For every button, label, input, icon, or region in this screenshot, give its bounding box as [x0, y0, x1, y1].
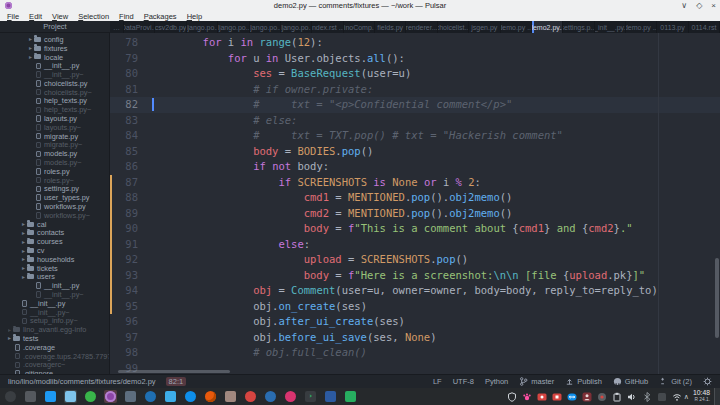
teamviewer-tray-icon[interactable] [567, 392, 577, 402]
status-settings-gear-icon[interactable] [703, 377, 712, 386]
record-dot-icon[interactable] [597, 392, 607, 402]
file-path[interactable]: lino/lino/modlib/comments/fixtures/demo2… [8, 377, 156, 386]
tree-file[interactable]: setup_info.py~ [0, 317, 109, 326]
editor-tab[interactable]: 0114.rst [689, 21, 720, 33]
taskbar-globe-app-icon[interactable] [264, 390, 277, 403]
status-git-changes[interactable]: Git (2) [659, 377, 692, 386]
tree-file[interactable]: workflows.py~ [0, 211, 109, 220]
tree-folder[interactable]: ▸tickets [0, 264, 109, 273]
horizontal-scrollbar[interactable] [118, 370, 230, 373]
taskbar-pulsar-icon[interactable] [104, 390, 117, 403]
tree-file[interactable]: __init__.py~ [0, 70, 109, 79]
tree-folder[interactable]: ▸lino_avanti.egg-info [0, 325, 109, 334]
taskbar-red-ball-app-icon[interactable] [244, 390, 257, 403]
dim-app-icon[interactable] [657, 392, 667, 402]
editor-tab[interactable]: demo.py ... [501, 21, 532, 33]
taskbar-editor-window-app-icon[interactable] [64, 390, 77, 403]
editor-tab[interactable]: django.po... [250, 21, 281, 33]
taskbar-blue-sphere-app-icon[interactable] [144, 390, 157, 403]
tree-file[interactable]: .coverage [0, 343, 109, 352]
tree-folder[interactable]: ▸fixtures [0, 44, 109, 53]
taskbar-app-launcher-icon[interactable] [4, 390, 17, 403]
taskbar-pinwheel-app-icon[interactable] [284, 390, 297, 403]
tree-file[interactable]: models.py [0, 149, 109, 158]
volume-icon[interactable] [627, 392, 637, 402]
tree-file[interactable]: roles.py~ [0, 176, 109, 185]
status-lf[interactable]: LF [433, 377, 442, 386]
taskbar-blue-doc-app-icon[interactable] [164, 390, 177, 403]
tree-file[interactable]: models.py~ [0, 158, 109, 167]
tree-file[interactable]: __init__.py [0, 61, 109, 70]
tree-file[interactable]: .coveragerc~ [0, 360, 109, 369]
menu-view[interactable]: View [47, 12, 73, 21]
editor-tab[interactable]: __init__.py... [595, 21, 626, 33]
show-desktop-button[interactable] [714, 388, 720, 405]
editor-tab[interactable]: django.po... [281, 21, 312, 33]
tree-folder[interactable]: ▸locale [0, 53, 109, 62]
taskbar-kate-blue-app-icon[interactable] [324, 390, 337, 403]
taskbar-firefox-icon[interactable] [204, 390, 217, 403]
clipboard-icon[interactable] [612, 392, 622, 402]
code-editor[interactable]: 7879808182838485868788899091929394959697… [110, 33, 720, 375]
tree-file[interactable]: roles.py [0, 167, 109, 176]
tree-file[interactable]: workflows.py [0, 202, 109, 211]
editor-tab[interactable]: demo2.py... [532, 21, 563, 33]
tree-folder[interactable]: ▸cal [0, 220, 109, 229]
taskbar-image-viewer-app-icon[interactable] [124, 390, 137, 403]
editor-tab[interactable]: django.po... [187, 21, 218, 33]
paw-icon[interactable] [522, 392, 532, 402]
menu-file[interactable]: File [2, 12, 24, 21]
status-github[interactable]: GitHub [613, 377, 648, 386]
editor-tab[interactable]: choicelist... [438, 21, 469, 33]
editor-tab[interactable]: 0113.py [657, 21, 688, 33]
editor-tab[interactable]: settings.p... [563, 21, 594, 33]
tree-file[interactable]: migrate.py [0, 132, 109, 141]
taskbar-teamviewer-icon[interactable] [184, 390, 197, 403]
tree-file[interactable]: layouts.py~ [0, 123, 109, 132]
user-badge-icon[interactable] [582, 392, 592, 402]
tree-file[interactable]: .coverage.tups.24785.779755 [0, 352, 109, 361]
vertical-scrollbar[interactable] [715, 258, 719, 338]
status-git-branch[interactable]: master [519, 377, 554, 386]
taskbar-terminal-app-icon[interactable]: › [304, 390, 317, 403]
status-python[interactable]: Python [485, 377, 508, 386]
tree-file[interactable]: __init__.py [0, 281, 109, 290]
menu-edit[interactable]: Edit [24, 12, 47, 21]
clock[interactable]: 10:48 R 24.1. [693, 390, 710, 403]
taskbar-briefcase-app-icon[interactable] [44, 390, 57, 403]
tree-file[interactable]: migrate.py~ [0, 141, 109, 150]
taskbar-green-doc-app-icon[interactable] [344, 390, 357, 403]
menu-find[interactable]: Find [114, 12, 139, 21]
tree-file[interactable]: settings.py [0, 185, 109, 194]
shield-icon[interactable] [507, 392, 517, 402]
code-lines[interactable]: for i in range(12): for u in User.object… [152, 35, 720, 361]
editor-tab[interactable]: django.po... [218, 21, 249, 33]
menu-packages[interactable]: Packages [139, 12, 182, 21]
editor-tab[interactable]: index.rst ... [312, 21, 343, 33]
maximize-icon[interactable]: ◇ [696, 0, 702, 11]
close-icon[interactable]: × [711, 0, 716, 11]
editor-tab[interactable]: … [110, 21, 124, 33]
taskbar-green-ball-app-icon[interactable] [84, 390, 97, 403]
tree-view[interactable]: ▸config▸fixtures▸locale__init__.py__init… [0, 33, 110, 375]
editor-tab[interactable]: LinoComp... [344, 21, 375, 33]
tree-folder[interactable]: ▸households [0, 255, 109, 264]
tree-file[interactable]: __init__.py~ [0, 308, 109, 317]
menu-selection[interactable]: Selection [73, 12, 114, 21]
editor-tab[interactable]: DataProvi... [124, 21, 155, 33]
taskbar-cat-app-icon[interactable] [224, 390, 237, 403]
editor-tab[interactable]: renderer... [406, 21, 437, 33]
minimize-icon[interactable]: ∨ [681, 0, 687, 11]
taskbar-task-manager-icon[interactable] [24, 390, 37, 403]
project-panel-header[interactable]: Project [0, 21, 110, 33]
tree-file[interactable]: __init__.py~ [0, 290, 109, 299]
red-badge-2-icon[interactable] [552, 392, 562, 402]
tree-folder[interactable]: ▸contacts [0, 229, 109, 238]
tree-file[interactable]: user_types.py [0, 193, 109, 202]
editor-tab[interactable]: jsgen.py [469, 21, 500, 33]
tree-file[interactable]: __init__.py [0, 299, 109, 308]
red-badge-1-icon[interactable] [537, 392, 547, 402]
tree-folder[interactable]: ▸courses [0, 237, 109, 246]
menu-help[interactable]: Help [182, 12, 207, 21]
tree-file[interactable]: choicelists.py~ [0, 88, 109, 97]
